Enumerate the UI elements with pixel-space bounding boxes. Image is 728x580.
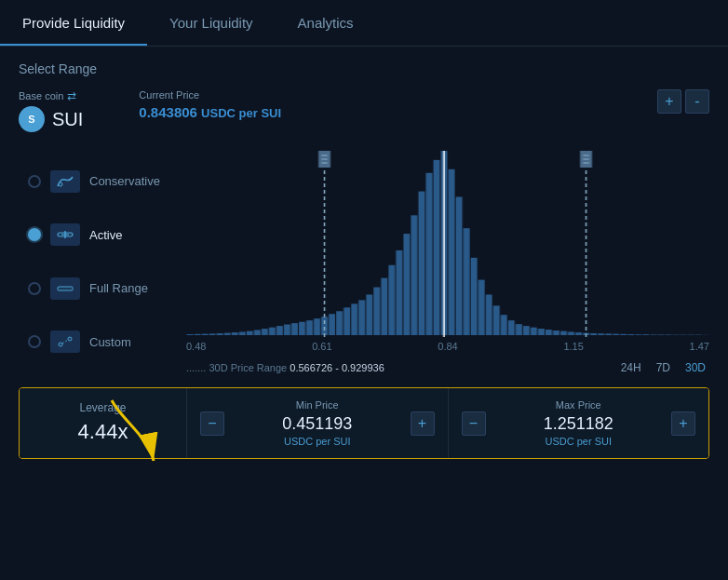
min-price-label: Min Price	[232, 399, 403, 411]
radio-custom	[28, 335, 41, 348]
chart-container	[186, 151, 709, 337]
current-price-unit: USDC per SUI	[201, 106, 281, 120]
tabs-bar: Provide Liquidity Your Liquidity Analyti…	[0, 0, 728, 47]
main-content: Select Range Base coin ⇄ S SUI Current P…	[0, 47, 728, 474]
leverage-label: Leverage	[38, 401, 168, 414]
range-content: Conservative Active	[19, 147, 709, 376]
min-price-value: 0.451193	[232, 414, 403, 434]
max-price-info: Max Price 1.251182 USDC per SUI	[493, 399, 665, 447]
bottom-controls: Leverage 4.44x − Min Price 0.451193 USDC…	[19, 387, 709, 459]
min-price-increase-button[interactable]: +	[411, 411, 435, 436]
chart-x-labels: 0.48 0.61 0.84 1.15 1.47	[186, 337, 709, 356]
max-price-unit: USDC per SUI	[493, 436, 665, 447]
icon-custom	[50, 330, 80, 353]
sui-name: SUI	[52, 109, 83, 130]
tab-your-liquidity[interactable]: Your Liquidity	[147, 0, 276, 46]
max-price-decrease-button[interactable]: −	[462, 411, 486, 436]
time-buttons: 24H 7D 30D	[617, 359, 709, 376]
sui-logo: S	[19, 106, 45, 132]
range-option-custom[interactable]: Custom	[19, 323, 177, 360]
radio-full-range	[28, 282, 41, 295]
leverage-value: 4.44x	[38, 420, 168, 444]
max-price-block: − Max Price 1.251182 USDC per SUI +	[449, 388, 709, 458]
current-price-block: Current Price 0.843806 USDC per SUI	[83, 89, 657, 120]
current-price-label: Current Price	[139, 89, 657, 101]
zoom-buttons: + -	[657, 89, 709, 114]
icon-active	[50, 223, 80, 246]
time-btn-7d[interactable]: 7D	[653, 359, 674, 376]
time-btn-24h[interactable]: 24H	[617, 359, 645, 376]
min-price-decrease-button[interactable]: −	[200, 411, 224, 436]
range-option-conservative[interactable]: Conservative	[19, 163, 177, 200]
svg-point-0	[59, 182, 62, 186]
time-btn-30d[interactable]: 30D	[681, 359, 709, 376]
tab-provide-liquidity[interactable]: Provide Liquidity	[0, 0, 147, 46]
range-options-list: Conservative Active	[19, 147, 186, 376]
sui-coin: S SUI	[19, 106, 83, 132]
chart-area: -46.5% 48.3% 0.48 0.61 0.84 1.15 1.47 ..…	[186, 147, 709, 376]
base-coin-row: Base coin ⇄ S SUI Current Price 0.843806…	[19, 89, 709, 132]
leverage-block: Leverage 4.44x	[20, 388, 187, 458]
swap-icon[interactable]: ⇄	[67, 89, 76, 102]
svg-point-7	[68, 337, 72, 341]
label-custom: Custom	[89, 335, 131, 349]
icon-full-range	[50, 277, 80, 300]
radio-active	[28, 228, 41, 241]
price-range-text: ....... 30D Price Range 0.566726 - 0.929…	[186, 362, 384, 373]
label-full-range: Full Range	[89, 281, 148, 295]
range-option-active[interactable]: Active	[19, 216, 177, 253]
radio-conservative	[28, 175, 41, 188]
price-range-row: ....... 30D Price Range 0.566726 - 0.929…	[186, 359, 709, 376]
max-price-label: Max Price	[493, 399, 665, 411]
svg-line-8	[62, 340, 68, 344]
svg-rect-5	[58, 287, 73, 290]
current-price-value: 0.843806 USDC per SUI	[139, 104, 657, 120]
base-coin-label: Base coin ⇄	[19, 89, 83, 102]
min-price-unit: USDC per SUI	[232, 436, 403, 447]
base-coin-section: Base coin ⇄ S SUI	[19, 89, 83, 132]
range-option-full-range[interactable]: Full Range	[19, 270, 177, 307]
label-conservative: Conservative	[89, 174, 160, 188]
zoom-out-button[interactable]: -	[685, 89, 709, 114]
zoom-in-button[interactable]: +	[657, 89, 681, 114]
tab-analytics[interactable]: Analytics	[276, 0, 376, 46]
label-active: Active	[89, 228, 122, 242]
svg-point-6	[59, 343, 62, 346]
min-price-info: Min Price 0.451193 USDC per SUI	[232, 399, 403, 447]
max-price-value: 1.251182	[493, 414, 665, 434]
max-price-increase-button[interactable]: +	[671, 411, 695, 436]
icon-conservative	[50, 170, 80, 193]
min-price-block: − Min Price 0.451193 USDC per SUI +	[187, 388, 449, 458]
select-range-label: Select Range	[19, 61, 709, 76]
